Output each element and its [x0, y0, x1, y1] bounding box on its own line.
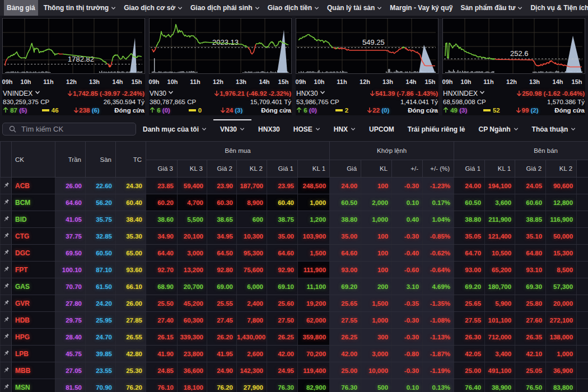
svg-text:549.25: 549.25: [362, 38, 385, 46]
svg-text:252.6: 252.6: [510, 49, 529, 58]
